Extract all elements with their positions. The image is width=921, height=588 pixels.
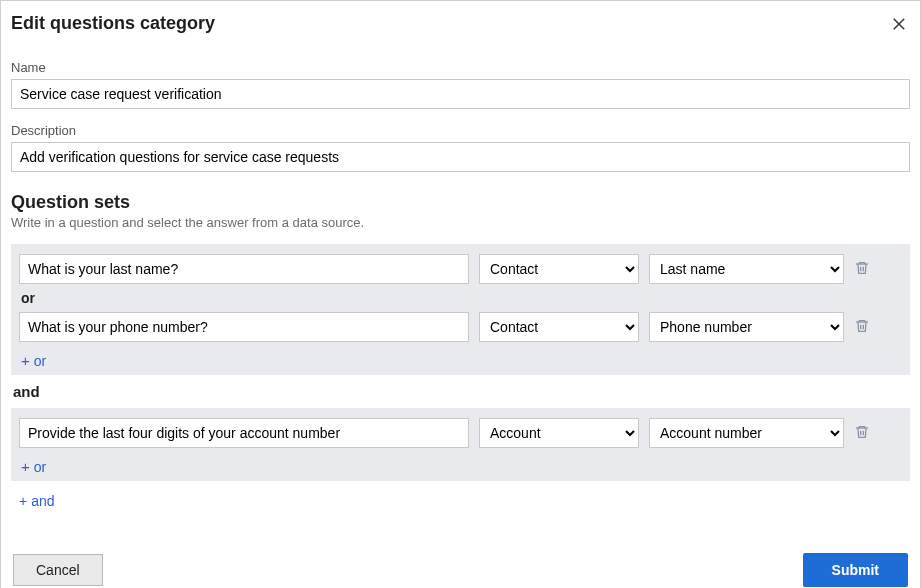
source-select[interactable]: Contact — [479, 254, 639, 284]
description-field-group: Description — [11, 123, 910, 172]
trash-icon[interactable] — [854, 260, 872, 279]
answer-select[interactable]: Phone number — [649, 312, 844, 342]
plus-icon: + — [21, 352, 30, 369]
question-sets-title: Question sets — [11, 192, 910, 213]
and-separator: and — [13, 383, 910, 400]
description-label: Description — [11, 123, 910, 138]
plus-icon: + — [19, 493, 27, 509]
name-input[interactable] — [11, 79, 910, 109]
add-and-button[interactable]: + and — [19, 493, 55, 509]
answer-select[interactable]: Account number — [649, 418, 844, 448]
question-input[interactable] — [19, 418, 469, 448]
description-input[interactable] — [11, 142, 910, 172]
question-input[interactable] — [19, 312, 469, 342]
name-field-group: Name — [11, 60, 910, 109]
cancel-button[interactable]: Cancel — [13, 554, 103, 586]
edit-questions-category-dialog: Edit questions category Name Description… — [0, 0, 921, 588]
question-row: Contact Phone number — [19, 312, 902, 342]
trash-icon[interactable] — [854, 424, 872, 443]
or-separator: or — [21, 290, 902, 306]
source-select[interactable]: Contact — [479, 312, 639, 342]
question-set-group: Account Account number + or — [11, 408, 910, 481]
add-and-label: and — [31, 493, 54, 509]
submit-button[interactable]: Submit — [803, 553, 908, 587]
close-icon[interactable] — [888, 13, 910, 38]
question-row: Account Account number — [19, 418, 902, 448]
trash-icon[interactable] — [854, 318, 872, 337]
answer-select[interactable]: Last name — [649, 254, 844, 284]
name-label: Name — [11, 60, 910, 75]
question-set-group: Contact Last name or Contact Phone numbe… — [11, 244, 910, 375]
question-input[interactable] — [19, 254, 469, 284]
plus-icon: + — [21, 458, 30, 475]
add-or-button[interactable]: + or — [21, 458, 46, 475]
dialog-footer: Cancel Submit — [11, 553, 910, 587]
source-select[interactable]: Account — [479, 418, 639, 448]
dialog-title: Edit questions category — [11, 13, 215, 34]
question-row: Contact Last name — [19, 254, 902, 284]
question-sets-subtitle: Write in a question and select the answe… — [11, 215, 910, 230]
add-or-label: or — [34, 459, 46, 475]
dialog-header: Edit questions category — [11, 13, 910, 38]
add-or-button[interactable]: + or — [21, 352, 46, 369]
add-or-label: or — [34, 353, 46, 369]
